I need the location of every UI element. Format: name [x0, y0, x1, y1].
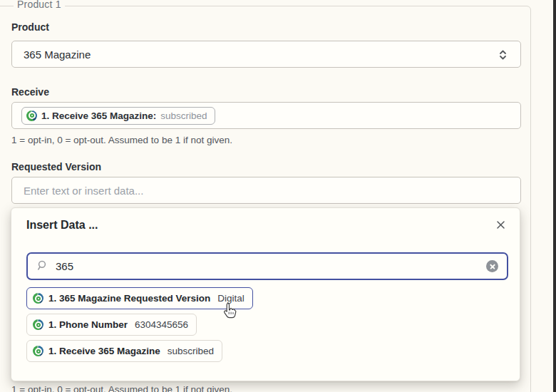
- app-rings-icon: [33, 346, 43, 356]
- option-receive-365-magazine[interactable]: 1. Receive 365 Magazine subscribed: [26, 340, 222, 362]
- product-select[interactable]: 365 Magazine: [11, 41, 521, 68]
- app-rings-icon: [26, 110, 37, 121]
- search-icon: [36, 259, 48, 274]
- receive-help-text: 1 = opt-in, 0 = opt-out. Assumed to be 1…: [11, 135, 232, 145]
- requested-version-placeholder: Enter text or insert data...: [24, 185, 143, 197]
- requested-version-input[interactable]: Enter text or insert data...: [11, 177, 521, 204]
- option-value: Digital: [217, 293, 244, 304]
- bottom-help-text: 1 = opt-in, 0 = opt-out. Assumed to be 1…: [11, 384, 232, 392]
- section-legend: Product 1: [14, 0, 65, 10]
- option-label: 1. 365 Magazine Requested Version: [48, 293, 210, 304]
- receive-token-label: 1. Receive 365 Magazine:: [41, 110, 156, 121]
- clear-search-icon[interactable]: [486, 260, 498, 272]
- option-phone-number[interactable]: 1. Phone Number 6304345656: [26, 314, 197, 336]
- window-edge-strip: [553, 0, 556, 392]
- option-value: subscribed: [168, 346, 214, 356]
- close-icon[interactable]: [494, 218, 507, 231]
- option-365-magazine-requested-version[interactable]: 1. 365 Magazine Requested Version Digita…: [26, 287, 253, 309]
- search-input[interactable]: 365: [26, 252, 508, 280]
- modal-title: Insert Data ...: [26, 219, 98, 232]
- receive-token-value: subscribed: [160, 110, 207, 121]
- app-rings-icon: [33, 293, 43, 304]
- receive-token[interactable]: 1. Receive 365 Magazine: subscribed: [21, 107, 215, 125]
- option-value: 6304345656: [135, 319, 188, 330]
- option-label: 1. Receive 365 Magazine: [48, 346, 160, 356]
- option-label: 1. Phone Number: [48, 319, 128, 330]
- zap-editor-screen: Product 1 Product 365 Magazine Receive 1…: [0, 0, 556, 392]
- product-label: Product: [11, 21, 49, 33]
- app-rings-icon: [33, 319, 43, 330]
- receive-label: Receive: [11, 86, 49, 98]
- product-select-value: 365 Magazine: [24, 48, 91, 61]
- search-value: 365: [56, 260, 73, 272]
- requested-version-label: Requested Version: [11, 161, 101, 172]
- receive-field[interactable]: 1. Receive 365 Magazine: subscribed: [11, 102, 521, 129]
- insert-data-modal: Insert Data ... 365 1. 365 Magazine Requ…: [11, 207, 520, 381]
- chevron-up-down-icon: [498, 48, 508, 63]
- insert-data-options: 1. 365 Magazine Requested Version Digita…: [26, 287, 253, 362]
